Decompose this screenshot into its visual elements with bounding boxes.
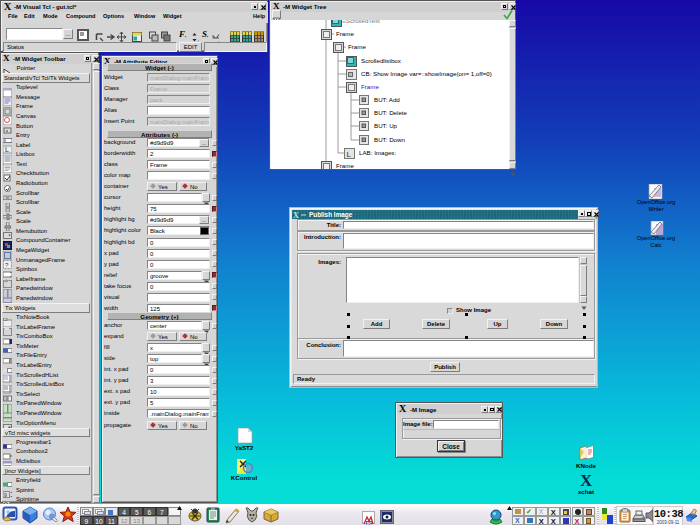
- svg-text:ab: ab: [5, 279, 9, 283]
- svg-text:pc: pc: [367, 521, 373, 525]
- svg-text:X: X: [293, 211, 299, 219]
- svg-text:L: L: [347, 150, 352, 159]
